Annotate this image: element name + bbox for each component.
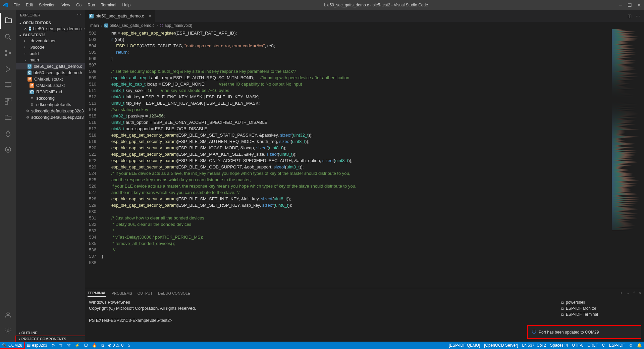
panel-tab-problems[interactable]: PROBLEMS [112, 290, 132, 297]
more-icon[interactable]: ⋯ [77, 13, 81, 17]
workspace-section[interactable]: ⌄BLE5-TEST2 [16, 32, 85, 38]
close-editor-icon[interactable]: × [24, 26, 27, 31]
open-editors-section[interactable]: ⌄OPEN EDITORS [16, 20, 85, 26]
status-bell-icon[interactable]: 🔔 [635, 343, 644, 348]
svg-rect-8 [8, 98, 11, 101]
explorer-sidebar: EXPLORER ⋯ ⌄OPEN EDITORS × C ble50_sec_g… [16, 10, 85, 342]
maximize-panel-icon[interactable]: ^ [633, 291, 635, 295]
status-chip[interactable]: ▦esp32c3 [25, 342, 49, 349]
tree-item[interactable]: ⚙sdkconfig.defaults [16, 101, 85, 108]
svg-point-11 [7, 149, 9, 151]
tree-item[interactable]: ⚙sdkconfig [16, 95, 85, 101]
status-monitor[interactable]: 🖵 [82, 342, 90, 349]
close-tab-icon[interactable]: × [149, 13, 152, 18]
tree-item[interactable]: ⚙sdkconfig.defaults.esp32s3 [16, 114, 85, 120]
project-components-section[interactable]: ›PROJECT COMPONENTS [15, 336, 86, 342]
menu-terminal[interactable]: Terminal [98, 1, 119, 9]
remote-explorer-icon[interactable] [0, 77, 16, 93]
folder-icon[interactable] [0, 109, 16, 126]
panel-tab-output[interactable]: OUTPUT [138, 290, 153, 297]
terminal-esp-monitor[interactable]: ⧉ESP-IDF Monitor [559, 305, 641, 311]
tree-item[interactable]: ⚙sdkconfig.defaults.esp32c3 [16, 108, 85, 114]
tree-item[interactable]: Cble50_sec_gatts_demo.h [16, 69, 85, 76]
status-eol[interactable]: CRLF [585, 343, 600, 348]
terminal-icon: ⧉ [561, 306, 564, 311]
status-spaces[interactable]: Spaces: 4 [548, 343, 570, 348]
new-terminal-icon[interactable]: + [620, 291, 622, 295]
status-diagnostics[interactable]: ⊗0 ⚠0 [106, 342, 125, 349]
menu-help[interactable]: Help [120, 1, 133, 9]
explorer-title: EXPLORER [20, 13, 40, 17]
minimize-icon[interactable]: ─ [619, 2, 622, 8]
tree-item[interactable]: ›build [16, 50, 85, 57]
status-clean[interactable]: 🗑 [57, 342, 65, 349]
search-icon[interactable] [0, 29, 16, 45]
tree-item[interactable]: ⓘREADME.md [16, 89, 85, 95]
close-panel-icon[interactable]: × [639, 291, 641, 295]
tree-item[interactable]: MCMakeLists.txt [16, 76, 85, 82]
terminal-powershell[interactable]: ⧉powershell [559, 299, 641, 305]
status-gear[interactable]: ⚙ [49, 342, 57, 349]
tree-item[interactable]: ›.vscode [16, 44, 85, 50]
status-espidf[interactable]: ESP-IDF [607, 343, 627, 348]
tree-item[interactable]: ⌄main [16, 57, 85, 63]
status-build[interactable]: ⚒ [65, 342, 73, 349]
notification-toast[interactable]: ⓘ Port has been updated to COM29 [527, 325, 641, 339]
chip-icon: ▦ [27, 343, 31, 348]
tab-active-file[interactable]: C ble50_sec_gatts_demo.c × [85, 10, 155, 22]
menu-run[interactable]: Run [85, 1, 98, 9]
code-editor[interactable]: ret = esp_ble_gatts_app_register(ESP_HEA… [102, 29, 610, 288]
outline-section[interactable]: ›OUTLINE [16, 330, 85, 336]
status-language[interactable]: C [600, 343, 607, 348]
explorer-icon[interactable] [0, 13, 16, 29]
status-home[interactable]: ⌂ [125, 342, 132, 349]
bottom-panel: TERMINAL PROBLEMS OUTPUT DEBUG CONSOLE +… [85, 288, 644, 342]
status-port[interactable]: 🔌COM28 [0, 342, 25, 349]
status-qemu[interactable]: [ESP-IDF QEMU] [447, 343, 482, 348]
status-flame[interactable]: 🔥 [90, 342, 99, 349]
terminal-output[interactable]: Windows PowerShellCopyright (C) Microsof… [85, 298, 557, 342]
account-icon[interactable] [0, 307, 16, 323]
status-feedback-icon[interactable]: ☺ [627, 343, 635, 348]
source-control-icon[interactable] [0, 45, 16, 61]
rainmeter-icon[interactable] [0, 126, 16, 142]
error-icon: ⊗ [108, 343, 111, 348]
statusbar: 🔌COM28 ▦esp32c3 ⚙ 🗑 ⚒ ⚡ 🖵 🔥 ⧉ ⊗0 ⚠0 ⌂ [E… [0, 342, 644, 349]
status-encoding[interactable]: UTF-8 [570, 343, 585, 348]
tree-item[interactable]: MCMakeLists.txt [16, 82, 85, 89]
minimap[interactable] [610, 29, 644, 288]
dropdown-terminal-icon[interactable]: ⌄ [626, 291, 629, 295]
panel-tab-terminal[interactable]: TERMINAL [88, 290, 106, 297]
status-cursor[interactable]: Ln 537, Col 2 [520, 343, 548, 348]
menu-edit[interactable]: Edit [23, 1, 36, 9]
breadcrumb[interactable]: main › Cble50_sec_gatts_demo.c › ⬡app_ma… [85, 22, 644, 29]
menu-go[interactable]: Go [73, 1, 84, 9]
svg-point-3 [5, 54, 7, 56]
menu-view[interactable]: View [59, 1, 73, 9]
menu-file[interactable]: File [11, 1, 22, 9]
panel-tab-debug-console[interactable]: DEBUG CONSOLE [158, 290, 190, 297]
run-debug-icon[interactable] [0, 61, 16, 77]
window-title: ble50_sec_gatts_demo.c - ble5-test2 - Vi… [133, 3, 619, 7]
terminal-esp-terminal[interactable]: ⧉ESP-IDF Terminal [559, 311, 641, 317]
espressif-icon[interactable] [0, 142, 16, 158]
more-actions-icon[interactable]: ⋯ [636, 13, 640, 18]
terminal-icon: ⧉ [561, 300, 564, 305]
editor-tabs: C ble50_sec_gatts_demo.c × ◫ ⋯ [85, 10, 644, 22]
split-editor-icon[interactable]: ◫ [628, 13, 632, 18]
open-editor-item[interactable]: × C ble50_sec_gatts_demo.c main [16, 26, 85, 32]
settings-gear-icon[interactable] [0, 323, 16, 339]
menu-selection[interactable]: Selection [36, 1, 58, 9]
status-openocd[interactable]: [OpenOCD Server] [482, 343, 520, 348]
vscode-logo-icon [3, 2, 8, 8]
main-menu: File Edit Selection View Go Run Terminal… [11, 1, 133, 9]
svg-point-4 [9, 52, 11, 54]
tree-item[interactable]: ›.devcontainer [16, 38, 85, 44]
breadcrumb-symbol: ⬡app_main(void) [160, 23, 192, 28]
status-flash[interactable]: ⚡ [73, 342, 82, 349]
maximize-icon[interactable]: ☐ [628, 2, 632, 8]
status-terminal[interactable]: ⧉ [99, 342, 106, 349]
extensions-icon[interactable] [0, 93, 16, 109]
tree-item[interactable]: Cble50_sec_gatts_demo.c [16, 63, 85, 69]
close-icon[interactable]: ✕ [637, 2, 641, 8]
